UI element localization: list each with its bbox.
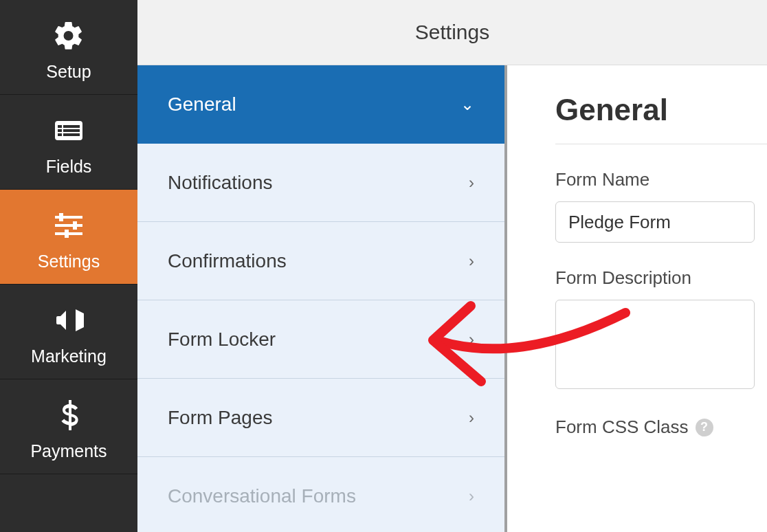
form-description-label: Form Description (555, 267, 767, 289)
form-css-class-group: Form CSS Class ? (555, 417, 767, 438)
svg-rect-12 (65, 230, 69, 238)
page-title: Settings (415, 21, 489, 44)
nav-label: Marketing (31, 346, 107, 366)
svg-rect-3 (58, 129, 62, 132)
svg-rect-11 (73, 221, 77, 230)
chevron-right-icon: › (469, 173, 474, 192)
settings-item-label: Confirmations (168, 250, 287, 272)
svg-rect-4 (63, 129, 80, 132)
nav-label: Payments (30, 441, 107, 461)
gear-icon (49, 16, 88, 55)
nav-item-settings[interactable]: Settings (0, 190, 137, 285)
settings-item-notifications[interactable]: Notifications › (137, 144, 504, 222)
nav-label: Settings (38, 252, 100, 271)
chevron-down-icon: ⌄ (460, 95, 474, 114)
form-name-group: Form Name (555, 169, 767, 243)
form-name-field[interactable] (555, 201, 755, 243)
chevron-right-icon: › (469, 408, 474, 428)
settings-item-label: Form Pages (168, 407, 273, 429)
settings-panel: General ⌄ Notifications › Confirmations … (137, 65, 507, 532)
dollar-icon (49, 396, 88, 434)
settings-item-conversational-forms[interactable]: Conversational Forms › (137, 457, 504, 532)
main-heading: General (555, 93, 767, 144)
nav-item-setup[interactable]: Setup (0, 0, 137, 95)
form-name-label: Form Name (555, 169, 767, 190)
chevron-right-icon: › (469, 252, 474, 271)
settings-item-label: Conversational Forms (168, 485, 356, 507)
settings-item-label: Notifications (168, 172, 273, 194)
topbar: Settings (137, 0, 767, 65)
sliders-icon (49, 206, 88, 245)
svg-rect-5 (58, 133, 62, 136)
nav-item-marketing[interactable]: Marketing (0, 285, 137, 379)
svg-rect-6 (63, 133, 80, 136)
sidebar-nav: Setup Fields Settings Marketing Payments (0, 0, 137, 532)
form-description-group: Form Description (555, 267, 767, 392)
nav-item-payments[interactable]: Payments (0, 379, 137, 474)
form-description-field[interactable] (555, 300, 755, 389)
help-icon[interactable]: ? (696, 419, 713, 436)
settings-item-label: Form Locker (168, 329, 276, 351)
svg-rect-10 (59, 213, 63, 221)
main-content: General Form Name Form Description Form … (507, 65, 767, 532)
chevron-right-icon: › (469, 487, 474, 506)
nav-label: Setup (46, 62, 91, 82)
chevron-right-icon: › (469, 330, 474, 349)
settings-item-general[interactable]: General ⌄ (137, 65, 504, 144)
nav-label: Fields (46, 157, 92, 177)
nav-item-fields[interactable]: Fields (0, 95, 137, 190)
svg-rect-1 (58, 125, 62, 128)
list-icon (49, 111, 88, 150)
svg-rect-2 (63, 125, 80, 128)
bullhorn-icon (49, 301, 88, 340)
form-css-class-label: Form CSS Class (555, 417, 689, 438)
settings-item-form-pages[interactable]: Form Pages › (137, 379, 504, 457)
settings-item-form-locker[interactable]: Form Locker › (137, 300, 504, 379)
svg-rect-8 (55, 224, 82, 227)
settings-item-confirmations[interactable]: Confirmations › (137, 222, 504, 300)
settings-item-label: General (168, 93, 236, 115)
